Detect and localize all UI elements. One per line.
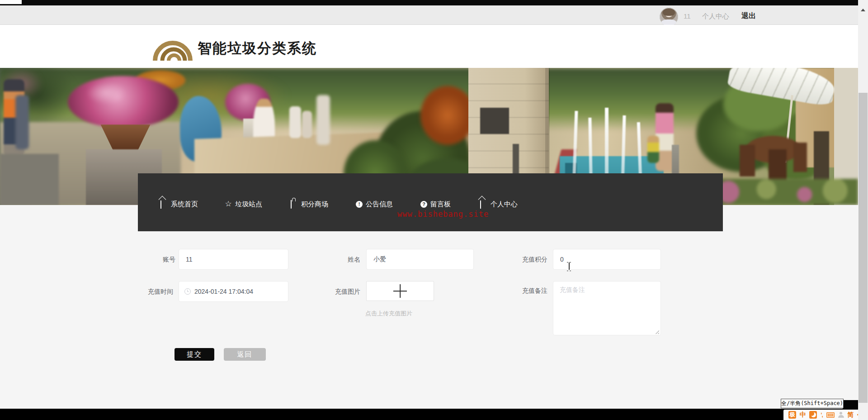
nav-label: 积分商场 — [301, 200, 328, 209]
hero-chair-2 — [769, 149, 787, 183]
star-icon: ☆ — [225, 200, 232, 208]
remark-label: 充值备注 — [511, 286, 547, 295]
watermark-text: www.bishebang.site — [397, 210, 489, 219]
username-text: 11 — [684, 12, 691, 20]
nav-item-message-board[interactable]: ? 留言板 — [420, 199, 451, 209]
nav-label: 个人中心 — [491, 200, 518, 209]
header — [0, 25, 858, 68]
hero-chair-1 — [740, 145, 755, 177]
nav-label: 留言板 — [430, 200, 451, 209]
logout-link[interactable]: 退出 — [741, 11, 756, 21]
account-label: 账号 — [144, 255, 175, 263]
upload-hint: 点击上传充值图片 — [365, 310, 412, 318]
hero-figure-3 — [316, 95, 330, 145]
avatar[interactable] — [660, 8, 678, 26]
scrollbar[interactable] — [858, 0, 868, 420]
bag-icon — [291, 200, 298, 208]
account-input[interactable] — [179, 249, 288, 270]
time-label: 充值时间 — [142, 287, 173, 296]
hero-flower-ball-1 — [68, 76, 179, 128]
hero-chair-3 — [793, 143, 807, 172]
avatar-hair — [663, 9, 675, 16]
submit-button[interactable]: 提交 — [175, 348, 214, 361]
keyboard-icon[interactable] — [826, 412, 835, 418]
jidian-icon[interactable]: 极 — [788, 411, 796, 419]
hero-wall-left — [0, 154, 59, 205]
question-icon: ? — [420, 201, 427, 208]
scroll-up-arrow[interactable] — [858, 5, 868, 14]
ime-toolbar: 极 中 ’, 简 — [783, 410, 868, 420]
person-icon[interactable] — [838, 412, 844, 418]
top-strip-highlight — [0, 0, 22, 4]
home-icon — [160, 200, 168, 208]
zhong-icon[interactable]: 中 — [800, 411, 806, 419]
hero-flower-highlight — [86, 81, 127, 104]
nav-label: 垃圾站点 — [235, 200, 262, 209]
logo-icon — [152, 32, 193, 62]
hero-kid-2 — [302, 111, 312, 138]
hero-kid-yellow — [647, 136, 659, 163]
main-nav: 系统首页 ☆ 垃圾站点 积分商场 ! 公告信息 ? 留言板 个人中心 www.b… — [138, 173, 723, 231]
hero-kid-1 — [289, 106, 301, 138]
jian-icon[interactable]: 简 — [847, 411, 854, 419]
nav-item-profile[interactable]: 个人中心 — [480, 199, 518, 209]
clock-icon — [184, 288, 191, 295]
hero-orange-tree — [420, 86, 475, 145]
points-label: 充值积分 — [511, 255, 547, 263]
time-value: 2024-01-24 17:04:04 — [194, 288, 253, 295]
ime-tooltip: 全/半角(Shift+Space) — [781, 399, 844, 408]
page: 11 个人中心 退出 智能垃圾分类系统 — [0, 0, 868, 420]
name-input[interactable] — [366, 249, 474, 270]
moon-icon[interactable] — [809, 411, 817, 419]
nav-item-home[interactable]: 系统首页 — [160, 199, 198, 209]
time-input[interactable]: 2024-01-24 17:04:04 — [179, 281, 288, 302]
info-icon: ! — [356, 201, 363, 208]
back-button[interactable]: 返回 — [224, 348, 266, 361]
nav-label: 系统首页 — [171, 200, 198, 209]
scrollbar-thumb[interactable] — [859, 93, 868, 403]
hero-building-window — [480, 108, 509, 134]
remark-textarea[interactable] — [553, 281, 661, 335]
image-label: 充值图片 — [329, 287, 360, 296]
nav-item-announcements[interactable]: ! 公告信息 — [356, 199, 393, 209]
top-strip — [0, 0, 858, 5]
hero-flowerbed-br — [705, 179, 858, 205]
home-icon — [480, 200, 487, 208]
topbar — [0, 5, 858, 25]
nav-item-points-mall[interactable]: 积分商场 — [291, 199, 328, 209]
hero-figure-2 — [15, 95, 29, 149]
upload-image-button[interactable] — [366, 281, 434, 301]
nav-item-garbage-station[interactable]: ☆ 垃圾站点 — [225, 199, 262, 209]
site-title: 智能垃圾分类系统 — [198, 39, 317, 58]
profile-link[interactable]: 个人中心 — [702, 12, 729, 21]
name-label: 姓名 — [329, 255, 360, 263]
punctuation-icon[interactable]: ’, — [821, 412, 823, 418]
text-cursor-icon — [566, 262, 571, 271]
nav-label: 公告信息 — [366, 200, 393, 209]
bottom-bar — [0, 409, 858, 420]
